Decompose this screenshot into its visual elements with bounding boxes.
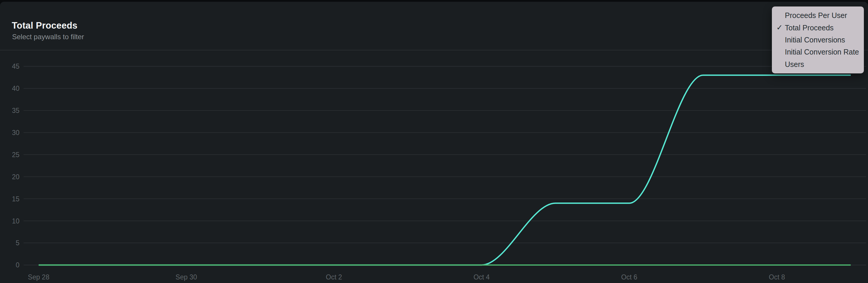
menu-item-label: Proceeds Per User bbox=[785, 11, 847, 20]
menu-item-label: Total Proceeds bbox=[785, 24, 834, 32]
y-axis-label-45: 45 bbox=[12, 63, 20, 70]
y-axis-label-15: 15 bbox=[12, 195, 20, 203]
menu-item-initial-conversion-rate[interactable]: Initial Conversion Rate bbox=[772, 46, 864, 58]
x-axis-label-oct-6: Oct 6 bbox=[621, 273, 638, 281]
y-axis-label-25: 25 bbox=[12, 151, 20, 159]
y-axis-label-0: 0 bbox=[16, 261, 20, 269]
menu-item-label: Users bbox=[785, 60, 804, 69]
x-axis-label-oct-8: Oct 8 bbox=[769, 273, 785, 281]
y-axis-label-35: 35 bbox=[12, 107, 20, 115]
x-axis-label-sep-28: Sep 28 bbox=[28, 273, 50, 281]
proceeds-line-chart[interactable]: 051015202530354045 Sep 28Sep 30Oct 2Oct … bbox=[0, 0, 868, 283]
metric-dropdown-menu: Proceeds Per User✓Total ProceedsInitial … bbox=[772, 6, 864, 73]
gridlines bbox=[24, 66, 866, 265]
x-axis-label-oct-4: Oct 4 bbox=[473, 273, 490, 281]
menu-item-label: Initial Conversions bbox=[785, 36, 845, 44]
y-axis-label-40: 40 bbox=[12, 85, 20, 92]
menu-item-label: Initial Conversion Rate bbox=[785, 48, 859, 56]
y-axis-label-10: 10 bbox=[12, 217, 20, 225]
y-axis-label-30: 30 bbox=[12, 129, 20, 136]
menu-item-proceeds-per-user[interactable]: Proceeds Per User bbox=[772, 9, 864, 22]
x-axis-label-sep-30: Sep 30 bbox=[176, 273, 197, 281]
series-line-total-proceeds bbox=[39, 75, 850, 265]
x-axis-label-oct-2: Oct 2 bbox=[326, 273, 342, 281]
series-lines bbox=[39, 75, 850, 265]
menu-item-initial-conversions[interactable]: Initial Conversions bbox=[772, 34, 864, 46]
checkmark-icon: ✓ bbox=[776, 24, 783, 31]
y-axis-labels: 051015202530354045 bbox=[12, 63, 20, 269]
x-axis-labels: Sep 28Sep 30Oct 2Oct 4Oct 6Oct 8 bbox=[28, 273, 785, 281]
total-proceeds-chart-card: Total Proceeds Select paywalls to filter… bbox=[0, 2, 868, 283]
y-axis-label-20: 20 bbox=[12, 173, 20, 181]
y-axis-label-5: 5 bbox=[16, 239, 20, 247]
menu-item-total-proceeds[interactable]: ✓Total Proceeds bbox=[772, 22, 864, 34]
menu-item-users[interactable]: Users bbox=[772, 58, 864, 70]
